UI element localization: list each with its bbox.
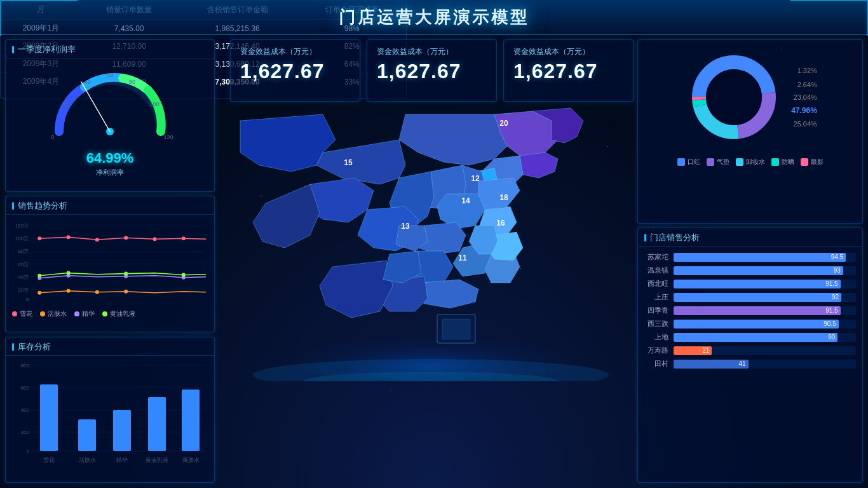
legend-xuehua: 雪花 — [12, 309, 32, 318]
svg-text:11: 11 — [458, 254, 467, 262]
store-bar-track: 94.5 — [674, 253, 856, 262]
svg-point-28 — [37, 291, 41, 295]
china-map-svg: 20 15 12 14 18 16 13 11 — [227, 102, 634, 381]
store-bar-fill: 91.5 — [674, 280, 841, 288]
gauge-container: 0 20 40 60 80 100 120 64.99% 净利润率 — [6, 58, 214, 184]
svg-text:活肤水: 活肤水 — [79, 457, 96, 463]
store-bar-fill: 91.5 — [674, 306, 841, 315]
svg-rect-52 — [113, 410, 131, 451]
store-bar-row: 上庄 92 — [638, 290, 862, 304]
store-bar-fill: 93 — [674, 266, 843, 275]
svg-text:80: 80 — [129, 79, 135, 85]
store-bar-value: 21 — [702, 347, 709, 354]
legend-huangyou: 黄油乳液 — [102, 309, 135, 318]
svg-point-78 — [706, 69, 762, 125]
svg-text:120: 120 — [163, 134, 173, 140]
gauge-panel: 一季度净利润率 0 20 40 60 80 100 120 64.99% 净利润… — [5, 39, 215, 192]
svg-text:100万: 100万 — [15, 236, 29, 241]
legend-icon-qidian — [707, 158, 714, 166]
legend-xiezhuang: 卸妆水 — [736, 158, 765, 166]
svg-point-26 — [153, 237, 156, 241]
store-bar-row: 上地 90 — [638, 330, 862, 344]
header: 门店运营大屏演示模型 — [0, 0, 868, 35]
store-bar-fill: 41 — [674, 360, 749, 369]
store-bar-row: 万寿路 21 — [638, 344, 862, 357]
store-bar-track: 90 — [674, 333, 856, 342]
inventory-panel: 库存分析 800 600 400 200 0 雪花 活肤水 精华 黄油乳液 — [5, 337, 215, 483]
store-bar-row: 西北旺 91.5 — [638, 277, 862, 290]
store-bar-track: 93 — [674, 266, 856, 275]
svg-text:20万: 20万 — [18, 287, 29, 293]
inventory-svg: 800 600 400 200 0 雪花 活肤水 精华 黄油乳液 爽肤水 — [11, 359, 209, 467]
svg-text:0: 0 — [51, 134, 54, 140]
store-bar-value: 91.5 — [825, 280, 837, 287]
svg-text:120万: 120万 — [15, 223, 29, 229]
gauge-title: 一季度净利润率 — [6, 40, 214, 58]
legend-kouhong: 口红 — [677, 158, 700, 166]
store-bar-row: 四季青 91.5 — [638, 304, 862, 317]
svg-point-39 — [182, 273, 186, 277]
svg-text:13: 13 — [401, 222, 410, 231]
donut-svg — [683, 46, 785, 148]
svg-text:0: 0 — [27, 449, 30, 454]
svg-text:800: 800 — [21, 363, 30, 369]
gauge-sub: 净利润率 — [96, 168, 124, 177]
legend-huofu: 活肤水 — [40, 309, 67, 318]
store-bar-value: 92 — [832, 294, 839, 301]
store-bar-label: 上地 — [644, 332, 668, 342]
svg-text:12: 12 — [471, 174, 480, 183]
store-bar-track: 92 — [674, 293, 856, 302]
legend-label-kouhou: 口红 — [688, 158, 700, 166]
store-bar-value: 91.5 — [825, 307, 837, 314]
kpi-card-1: 资金效益成本（万元） 1,627.67 — [230, 39, 360, 102]
svg-point-37 — [67, 271, 71, 275]
svg-text:精华: 精华 — [116, 457, 128, 463]
donut-panel: 1.32% 2.64% 23.04% 47.96% 25.04% 口红 气垫 卸… — [637, 39, 863, 224]
donut-legend: 1.32% 2.64% 23.04% 47.96% 25.04% — [791, 67, 817, 128]
trend-title: 销售趋势分析 — [6, 196, 214, 215]
donut-pct-main: 47.96% — [791, 106, 817, 115]
svg-point-36 — [37, 274, 41, 278]
legend-jinghua: 精华 — [74, 309, 95, 318]
store-bar-value: 94.5 — [831, 254, 843, 261]
store-bar-label: 苏家坨 — [644, 252, 668, 262]
svg-text:16: 16 — [496, 219, 505, 227]
legend-label-xiezhuang: 卸妆水 — [746, 158, 765, 166]
trend-panel: 销售趋势分析 120万 100万 80万 60万 40万 20万 0 — [5, 196, 215, 332]
legend-label-qidian: 气垫 — [717, 158, 729, 166]
store-sales-panel: 门店销售分析 苏家坨 94.5 温泉镇 93 西北旺 91.5 — [637, 227, 863, 483]
store-bar-row: 温泉镇 93 — [638, 264, 862, 277]
kpi-card-2: 资金效益成本（万元） 1,627.67 — [367, 39, 497, 102]
svg-text:100: 100 — [149, 101, 159, 107]
svg-text:40: 40 — [85, 79, 91, 85]
store-bar-row: 西三旗 90.5 — [638, 317, 862, 330]
inventory-title: 库存分析 — [6, 337, 214, 356]
svg-text:20: 20 — [499, 119, 508, 128]
legend-label-xuehua: 雪花 — [20, 309, 32, 318]
donut-pct-47: 1.32% — [791, 67, 817, 74]
gauge-value: 64.99% — [86, 150, 134, 166]
svg-rect-50 — [40, 384, 58, 451]
store-bars-container: 苏家坨 94.5 温泉镇 93 西北旺 91.5 上庄 — [638, 247, 862, 370]
legend-qidian: 气垫 — [707, 158, 729, 166]
store-bar-label: 温泉镇 — [644, 266, 668, 275]
store-bar-fill: 21 — [674, 346, 712, 355]
legend-label-huangyou: 黄油乳液 — [110, 309, 135, 318]
inventory-chart: 800 600 400 200 0 雪花 活肤水 精华 黄油乳液 爽肤水 — [6, 356, 214, 473]
trend-chart: 120万 100万 80万 60万 40万 20万 0 — [6, 215, 214, 307]
svg-rect-62 — [442, 319, 470, 339]
svg-rect-54 — [182, 390, 200, 451]
svg-text:60: 60 — [107, 72, 113, 78]
svg-text:爽肤水: 爽肤水 — [182, 457, 200, 463]
kpi-label-1: 资金效益成本（万元） — [240, 46, 350, 57]
store-bar-label: 上庄 — [644, 292, 668, 302]
legend-fangse: 防晒 — [771, 158, 794, 166]
svg-point-29 — [67, 289, 71, 293]
kpi-label-2: 资金效益成本（万元） — [377, 46, 487, 57]
store-bar-track: 21 — [674, 346, 856, 355]
donut-content: 1.32% 2.64% 23.04% 47.96% 25.04% — [638, 40, 862, 154]
legend-dot-xuehua — [12, 311, 17, 316]
donut-pct-25b: 25.04% — [791, 120, 817, 128]
donut-legend-row: 口红 气垫 卸妆水 防晒 眼影 — [638, 154, 862, 170]
svg-point-27 — [182, 236, 186, 240]
